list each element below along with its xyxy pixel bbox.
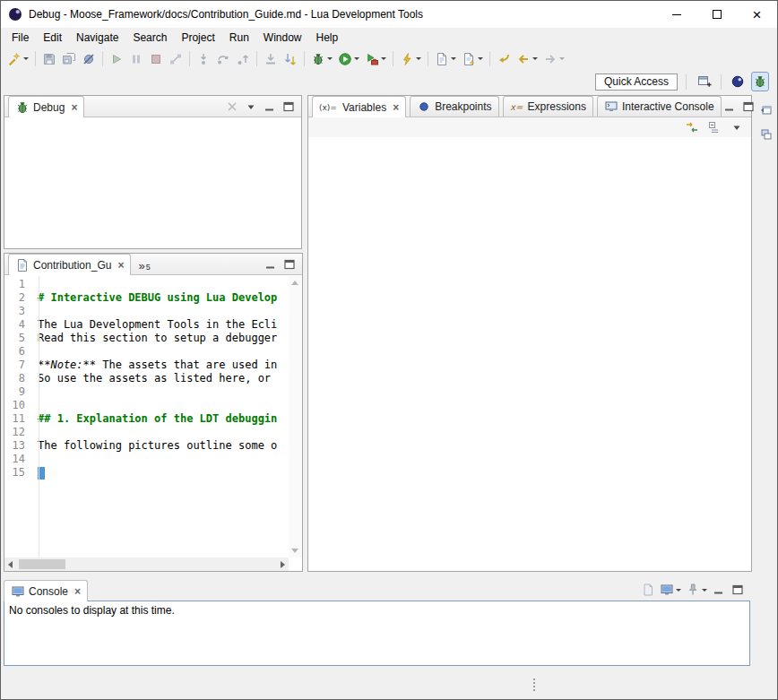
editor-content[interactable]: 12# Interactive DEBUG using Lua Develop3… — [4, 276, 289, 557]
maximize-console-view-button[interactable] — [730, 582, 746, 598]
menu-file[interactable]: File — [4, 29, 36, 47]
tab-breakpoints[interactable]: Breakpoints — [410, 96, 498, 117]
maximize-variables-view-button[interactable] — [740, 99, 756, 115]
editor-line[interactable]: 10 — [4, 399, 289, 412]
pin-console-button[interactable] — [685, 582, 708, 598]
editor-line[interactable]: 6 — [4, 345, 289, 359]
editor-line[interactable]: 3 — [4, 305, 289, 318]
dropdown-arrow-icon[interactable] — [702, 589, 707, 592]
external-tools-button[interactable] — [363, 49, 388, 69]
maximize-icon — [281, 99, 296, 114]
maximize-debug-view-button[interactable] — [281, 99, 297, 115]
menu-help[interactable]: Help — [309, 29, 346, 47]
tab-debug[interactable]: Debug × — [8, 96, 84, 117]
dropdown-arrow-icon[interactable] — [381, 57, 386, 60]
maximize-editor-button[interactable] — [281, 256, 298, 272]
tab-label: Interactive Console — [622, 100, 714, 113]
dropdown-arrow-icon[interactable] — [354, 57, 359, 60]
editor-line[interactable]: 8So use the assets as listed here, or — [4, 372, 289, 385]
variables-view-menu-button[interactable] — [728, 117, 746, 137]
editor-line[interactable]: 13The following pictures outline some o — [4, 439, 289, 453]
close-tab-icon[interactable]: × — [71, 102, 77, 113]
editor-line[interactable]: 9 — [4, 385, 289, 399]
scroll-left-icon[interactable] — [8, 561, 13, 568]
editor-line[interactable]: 1 — [4, 278, 289, 291]
dropdown-arrow-icon[interactable] — [451, 57, 456, 60]
last-edit-location-button[interactable] — [495, 49, 513, 69]
line-text: Read this section to setup a debugger — [32, 332, 277, 345]
new-lua-file-button[interactable] — [433, 49, 458, 69]
editor-line[interactable]: 15 — [4, 466, 289, 480]
editor-vertical-scrollbar[interactable] — [289, 276, 302, 557]
tab-interactive-console[interactable]: Interactive Console — [597, 96, 722, 117]
editor-line[interactable]: 4The Lua Development Tools in the Ecli — [4, 318, 289, 332]
resize-gripper[interactable] — [533, 678, 535, 693]
menu-window[interactable]: Window — [256, 29, 309, 47]
use-step-filters-button[interactable] — [281, 49, 299, 69]
open-perspective-button[interactable] — [696, 72, 713, 91]
line-number: 10 — [4, 399, 32, 412]
tab-expressions[interactable]: x=?Expressions — [503, 96, 593, 117]
minimize-editor-button[interactable] — [263, 256, 279, 272]
debug-perspective-button[interactable] — [751, 72, 769, 91]
editor-line[interactable]: 7**Note:** The assets that are used in — [4, 359, 289, 372]
line-text — [32, 426, 38, 439]
scroll-down-icon[interactable] — [291, 549, 298, 553]
close-tab-icon[interactable]: × — [74, 586, 81, 597]
open-task-button[interactable] — [398, 49, 423, 69]
menu-edit[interactable]: Edit — [36, 29, 69, 47]
collapse-all-button[interactable] — [705, 117, 723, 137]
dropdown-arrow-icon[interactable] — [532, 57, 538, 60]
show-logical-structure-button[interactable] — [683, 117, 701, 137]
minimize-console-view-button[interactable] — [711, 582, 727, 598]
editor-horizontal-scrollbar[interactable] — [4, 557, 289, 571]
tab-variables[interactable]: (x)=Variables× — [312, 96, 406, 117]
dropdown-arrow-icon[interactable] — [478, 57, 483, 60]
menu-navigate[interactable]: Navigate — [69, 29, 125, 47]
new-wizard-button[interactable] — [460, 49, 485, 69]
debug-button[interactable] — [309, 49, 334, 69]
run-button[interactable] — [336, 49, 361, 69]
minimize-window-button[interactable] — [656, 1, 696, 28]
scrollbar-thumb[interactable] — [19, 559, 65, 569]
tab-contribution-guide[interactable]: Contribution_Gu × — [8, 254, 131, 275]
skip-all-breakpoints-button[interactable] — [80, 49, 98, 69]
minimize-debug-view-button[interactable] — [262, 99, 278, 115]
dropdown-arrow-icon[interactable] — [676, 589, 681, 592]
editor-line[interactable]: 2# Interactive DEBUG using Lua Develop — [4, 291, 289, 305]
dropdown-arrow-icon[interactable] — [23, 57, 29, 60]
lua-perspective-button[interactable] — [729, 72, 747, 91]
close-tab-icon[interactable]: × — [117, 260, 124, 271]
step-return-button — [234, 49, 252, 69]
editor-line[interactable]: 11## 1. Explanation of the LDT debuggin — [4, 412, 289, 426]
minimize-variables-view-button[interactable] — [722, 99, 738, 115]
open-console-button[interactable] — [659, 582, 682, 598]
dropdown-arrow-icon[interactable] — [327, 57, 333, 60]
tab-label: Expressions — [528, 100, 586, 113]
editor-panel: Contribution_Gu × » 5 12# Interactive DE… — [4, 253, 303, 572]
menu-project[interactable]: Project — [174, 29, 221, 47]
menu-run[interactable]: Run — [222, 29, 256, 47]
tab-console[interactable]: Console × — [4, 580, 88, 601]
maximize-window-button[interactable] — [696, 1, 737, 28]
dropdown-arrow-icon[interactable] — [416, 57, 421, 60]
new-button[interactable] — [5, 49, 30, 69]
line-number: 12 — [4, 426, 32, 439]
quick-access-box[interactable]: Quick Access — [595, 73, 678, 91]
editor-overflow-chevron[interactable]: » 5 — [138, 260, 150, 272]
dropdown-arrow-icon[interactable] — [559, 57, 565, 60]
back-button[interactable] — [514, 49, 540, 69]
editor-line[interactable]: 14 — [4, 453, 289, 466]
restore-minimized-view-button[interactable] — [757, 100, 775, 120]
editor-line[interactable]: 12 — [4, 426, 289, 439]
debug-view-controls — [224, 99, 301, 115]
menu-search[interactable]: Search — [125, 29, 174, 47]
editor-line[interactable]: 5Read this section to setup a debugger — [4, 332, 289, 345]
scroll-right-icon[interactable] — [281, 561, 285, 568]
close-window-button[interactable]: × — [737, 1, 777, 28]
scroll-up-icon[interactable] — [291, 281, 298, 285]
line-number: 1 — [4, 278, 32, 291]
close-tab-icon[interactable]: × — [393, 102, 399, 113]
debug-view-menu-button[interactable] — [243, 99, 259, 115]
minimized-view-stack-button[interactable] — [757, 125, 775, 144]
